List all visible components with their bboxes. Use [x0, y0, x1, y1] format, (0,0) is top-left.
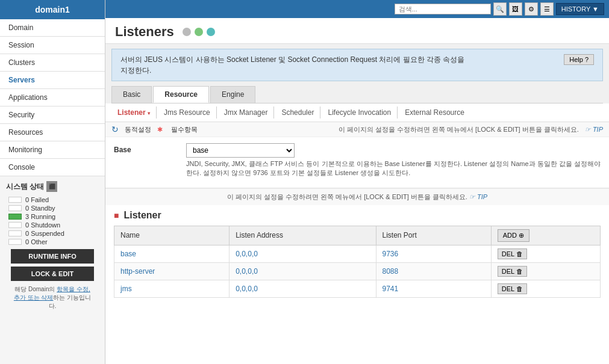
sub-nav-jmx-manager[interactable]: Jmx Manager — [218, 106, 275, 119]
search-input[interactable] — [395, 4, 491, 14]
listener-port-link-2[interactable]: 9741 — [383, 285, 399, 293]
sub-nav-lifecycle[interactable]: Lifecycle Invocation — [322, 106, 398, 119]
lock-edit-button[interactable]: LOCK & EDIT — [11, 267, 94, 281]
sidebar-item-console[interactable]: Console — [0, 159, 105, 176]
sidebar-item-applications[interactable]: Applications — [0, 89, 105, 106]
td-port-0: 9736 — [376, 245, 491, 262]
system-status-title: 시스템 상태 ⬛ — [6, 181, 99, 192]
status-bar-other — [8, 239, 22, 245]
dot-gray — [183, 28, 191, 36]
sidebar-item-domain[interactable]: Domain — [0, 19, 105, 37]
td-name-0: base — [114, 245, 230, 262]
footer-link[interactable]: 항목을 수정, 추가 또는 삭제 — [14, 286, 90, 301]
td-address-2: 0,0,0,0 — [230, 280, 376, 297]
status-bar-standby — [8, 205, 22, 211]
td-actions-1: DEL 🗑 — [491, 262, 600, 280]
status-bar-suspended — [8, 230, 22, 236]
td-name-2: jms — [114, 280, 230, 297]
th-listen-port: Listen Port — [376, 226, 491, 245]
refresh-button[interactable]: 🖼 — [509, 2, 522, 16]
tab-basic[interactable]: Basic — [111, 86, 152, 103]
table-row: jms 0,0,0,0 9741 DEL 🗑 — [114, 280, 601, 297]
status-suspended: 0 Suspended — [8, 229, 99, 238]
listener-port-link-0[interactable]: 9736 — [383, 250, 399, 258]
listener-section-title: Listener — [123, 210, 161, 221]
dynamic-settings-icon[interactable]: ↻ — [111, 125, 119, 134]
sidebar-item-resources[interactable]: Resources — [0, 124, 105, 141]
topbar: 🔍 🖼 ⚙ ☰ HISTORY ▼ — [105, 0, 609, 18]
tab-engine[interactable]: Engine — [210, 86, 255, 103]
td-address-1: 0,0,0,0 — [230, 262, 376, 280]
sub-nav-listener[interactable]: Listener ▾ — [111, 106, 157, 119]
sidebar-item-security[interactable]: Security — [0, 106, 105, 124]
save-tip-row: 이 페이지의 설정을 수정하려면 왼쪽 메뉴에서 [LOCK & EDIT] 버… — [105, 188, 609, 205]
sub-nav-external[interactable]: External Resource — [399, 106, 470, 119]
listener-name-link-2[interactable]: jms — [120, 285, 132, 293]
sidebar-item-clusters[interactable]: Clusters — [0, 54, 105, 72]
dot-green — [195, 28, 203, 36]
desc-line2: 지정한다. — [120, 66, 151, 75]
form-desc-base: JNDI, Security, JMX, 클래스 FTP 서비스 등이 기본적으… — [186, 159, 601, 178]
sidebar-item-session[interactable]: Session — [0, 37, 105, 54]
help-button[interactable]: Help ? — [564, 54, 594, 65]
td-name-1: http-server — [114, 262, 230, 280]
del-listener-button-0[interactable]: DEL 🗑 — [498, 248, 527, 259]
sidebar-item-monitoring[interactable]: Monitoring — [0, 141, 105, 159]
info-bar: ↻ 동적설정 ✱ 필수항목 이 페이지의 설정을 수정하려면 왼쪽 메뉴에서 [… — [105, 122, 609, 137]
search-button[interactable]: 🔍 — [493, 2, 507, 16]
listener-address-link-2[interactable]: 0,0,0,0 — [236, 285, 258, 293]
menu-button[interactable]: ☰ — [540, 2, 554, 16]
status-standby: 0 Standby — [8, 204, 99, 212]
history-button[interactable]: HISTORY ▼ — [556, 3, 604, 15]
listener-dropdown-arrow: ▾ — [148, 111, 150, 116]
listener-address-link-1[interactable]: 0,0,0,0 — [236, 267, 258, 276]
listener-name-link-0[interactable]: base — [120, 250, 136, 258]
form-row-base: Base base JNDI, Security, JMX, 클래스 FTP 서… — [114, 143, 601, 178]
sub-nav-jms-resource[interactable]: Jms Resource — [158, 106, 217, 119]
save-tip-label: ☞ TIP — [469, 193, 487, 200]
td-address-0: 0,0,0,0 — [230, 245, 376, 262]
status-bar-failed — [8, 197, 22, 203]
del-listener-button-1[interactable]: DEL 🗑 — [498, 266, 527, 277]
listener-name-link-1[interactable]: http-server — [120, 267, 155, 276]
th-actions: ADD ⊕ — [491, 226, 600, 245]
status-bar-shutdown — [8, 222, 22, 228]
listener-port-link-1[interactable]: 8088 — [383, 267, 399, 276]
td-port-1: 8088 — [376, 262, 491, 280]
save-tip-message: 이 페이지의 설정을 수정하려면 왼쪽 메뉴에서 [LOCK & EDIT] 버… — [227, 193, 467, 200]
listener-section: ■ Listener Name Listen Address Listen Po… — [105, 205, 609, 364]
td-port-2: 9741 — [376, 280, 491, 297]
settings-button[interactable]: ⚙ — [525, 2, 538, 16]
description-box: 서버의 JEUS 시스템이 사용하는 Socket Listener 및 Soc… — [111, 49, 603, 81]
status-failed: 0 Failed — [8, 196, 99, 204]
dynamic-settings-label: 동적설정 — [125, 125, 151, 134]
status-bar-running — [8, 214, 22, 220]
status-other: 0 Other — [8, 238, 99, 246]
runtime-info-button[interactable]: RUNTIME INFO — [11, 249, 94, 264]
status-shutdown: 0 Shutdown — [8, 221, 99, 229]
tab-resource[interactable]: Resource — [153, 86, 209, 103]
status-icon-button[interactable]: ⬛ — [46, 181, 57, 192]
del-listener-button-2[interactable]: DEL 🗑 — [498, 283, 527, 294]
sidebar: domain1 Domain Session Clusters Servers … — [0, 0, 105, 364]
table-row: base 0,0,0,0 9736 DEL 🗑 — [114, 245, 601, 262]
sidebar-nav: Domain Session Clusters Servers Applicat… — [0, 19, 105, 176]
th-name: Name — [114, 226, 230, 245]
add-listener-button[interactable]: ADD ⊕ — [498, 229, 529, 242]
base-select[interactable]: base — [186, 143, 295, 158]
sub-navigation: Listener ▾ Jms Resource Jmx Manager Sche… — [105, 103, 609, 122]
th-listen-address: Listen Address — [230, 226, 376, 245]
required-mark-icon: ✱ — [157, 126, 163, 134]
sidebar-item-servers[interactable]: Servers — [0, 72, 105, 89]
form-area: Base base JNDI, Security, JMX, 클래스 FTP 서… — [105, 137, 609, 188]
main-content: 🔍 🖼 ⚙ ☰ HISTORY ▼ Listeners 서버의 JEUS 시스템… — [105, 0, 609, 364]
system-status: 시스템 상태 ⬛ 0 Failed 0 Standby 3 Running 0 … — [0, 176, 105, 320]
listener-address-link-0[interactable]: 0,0,0,0 — [236, 250, 258, 258]
page-header: Listeners — [105, 18, 609, 44]
form-label-base: Base — [114, 143, 186, 154]
sub-nav-scheduler[interactable]: Scheduler — [275, 106, 320, 119]
listener-table-body: base 0,0,0,0 9736 DEL 🗑 http-server 0,0,… — [114, 245, 601, 297]
info-tip-message: 이 페이지의 설정을 수정하려면 왼쪽 메뉴에서 [LOCK & EDIT] 버… — [339, 125, 579, 134]
listener-table: Name Listen Address Listen Port ADD ⊕ ba… — [114, 226, 601, 298]
dot-teal — [207, 28, 215, 36]
